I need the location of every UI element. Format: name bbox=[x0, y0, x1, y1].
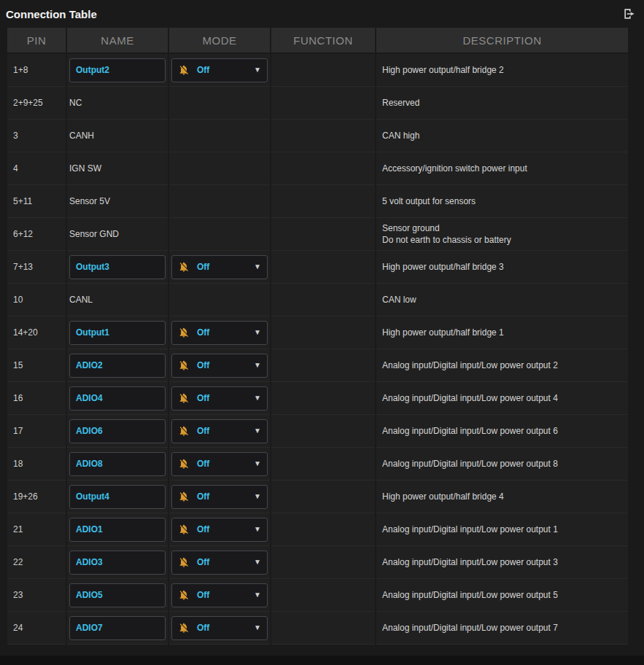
name-input[interactable]: ADIO1 bbox=[69, 518, 166, 542]
chevron-down-icon: ▼ bbox=[254, 66, 261, 74]
table-row: 5+11 Sensor 5V 5 volt output for sensors bbox=[7, 185, 628, 218]
pin-label: 22 bbox=[13, 557, 23, 567]
chevron-down-icon: ▼ bbox=[254, 526, 261, 533]
name-cell: Sensor GND bbox=[67, 218, 168, 251]
name-value: ADIO7 bbox=[76, 623, 103, 633]
mode-select[interactable]: Off▼ bbox=[171, 518, 268, 542]
function-cell bbox=[271, 349, 375, 382]
pin-label: 3 bbox=[13, 131, 18, 141]
name-cell: ADIO1 bbox=[67, 513, 168, 546]
mode-select[interactable]: Off▼ bbox=[171, 321, 268, 345]
pin-cell: 2+9+25 bbox=[7, 87, 66, 120]
name-cell: CANL bbox=[67, 284, 168, 316]
function-cell bbox=[271, 415, 375, 448]
description-cell: Analog input/Digital input/Low power out… bbox=[376, 448, 628, 481]
export-icon[interactable] bbox=[622, 7, 637, 21]
name-cell: Output2 bbox=[67, 54, 168, 87]
function-cell bbox=[271, 251, 375, 284]
name-cell: ADIO4 bbox=[67, 382, 168, 415]
mode-cell bbox=[169, 120, 270, 152]
name-input[interactable]: ADIO8 bbox=[69, 452, 166, 476]
description-cell: 5 volt output for sensors bbox=[376, 185, 628, 218]
connection-table: PIN NAME MODE FUNCTION DESCRIPTION 1+8 O… bbox=[7, 28, 628, 645]
function-cell bbox=[271, 546, 375, 579]
name-cell: ADIO2 bbox=[67, 349, 168, 382]
notifications-off-icon bbox=[178, 327, 190, 338]
name-input[interactable]: Output3 bbox=[69, 255, 166, 279]
pin-cell: 7+13 bbox=[7, 251, 66, 284]
mode-cell: Off▼ bbox=[169, 251, 270, 284]
mode-select[interactable]: Off▼ bbox=[171, 58, 268, 82]
pin-label: 7+13 bbox=[13, 262, 33, 272]
name-input[interactable]: ADIO3 bbox=[69, 551, 166, 575]
name-cell: ADIO3 bbox=[67, 546, 168, 579]
description-cell: Analog input/Digital input/Low power out… bbox=[376, 513, 628, 546]
mode-value: Off bbox=[197, 524, 209, 534]
chevron-down-icon: ▼ bbox=[254, 559, 261, 566]
pin-cell: 1+8 bbox=[7, 54, 66, 87]
name-input[interactable]: Output1 bbox=[69, 321, 166, 345]
function-cell bbox=[271, 448, 375, 481]
table-row: 22 ADIO3 Off▼ Analog input/Digital input… bbox=[7, 546, 628, 579]
description-text: CAN high bbox=[382, 130, 419, 141]
mode-select[interactable]: Off▼ bbox=[171, 386, 268, 411]
mode-select[interactable]: Off▼ bbox=[171, 551, 268, 575]
name-input[interactable]: ADIO4 bbox=[69, 386, 166, 411]
pin-cell: 17 bbox=[7, 415, 66, 448]
notifications-off-icon bbox=[178, 556, 190, 568]
mode-select[interactable]: Off▼ bbox=[171, 583, 268, 607]
description-cell: Analog input/Digital input/Low power out… bbox=[376, 546, 628, 579]
name-input[interactable]: ADIO7 bbox=[69, 616, 166, 640]
chevron-down-icon: ▼ bbox=[254, 329, 261, 336]
table-row: 17 ADIO6 Off▼ Analog input/Digital input… bbox=[7, 415, 628, 448]
function-cell bbox=[271, 120, 375, 152]
mode-cell: Off▼ bbox=[169, 579, 270, 612]
chevron-down-icon: ▼ bbox=[254, 493, 261, 500]
mode-cell bbox=[169, 152, 270, 185]
name-cell: Sensor 5V bbox=[67, 185, 168, 218]
mode-select[interactable]: Off▼ bbox=[171, 354, 268, 378]
mode-value: Off bbox=[197, 65, 209, 75]
mode-select[interactable]: Off▼ bbox=[171, 452, 268, 476]
mode-value: Off bbox=[197, 459, 209, 469]
pin-cell: 23 bbox=[7, 579, 66, 612]
name-input[interactable]: ADIO6 bbox=[69, 419, 166, 443]
mode-select[interactable]: Off▼ bbox=[171, 485, 268, 509]
mode-select[interactable]: Off▼ bbox=[171, 616, 268, 640]
pin-cell: 15 bbox=[7, 349, 66, 382]
description-text: Reserved bbox=[382, 97, 419, 109]
mode-cell: Off▼ bbox=[169, 513, 270, 546]
name-input[interactable]: Output2 bbox=[69, 58, 166, 82]
pin-cell: 16 bbox=[7, 382, 66, 415]
mode-cell: Off▼ bbox=[169, 316, 270, 349]
pin-cell: 6+12 bbox=[7, 218, 66, 251]
description-text: CAN low bbox=[382, 294, 416, 306]
description-text: High power output/half bridge 2 bbox=[382, 64, 504, 76]
description-text: Analog input/Digital input/Low power out… bbox=[382, 359, 558, 371]
table-row: 4 IGN SW Accessory/ignition switch power… bbox=[7, 152, 628, 185]
mode-select[interactable]: Off▼ bbox=[171, 255, 268, 279]
function-cell bbox=[271, 481, 375, 513]
chevron-down-icon: ▼ bbox=[254, 263, 261, 271]
pin-label: 21 bbox=[13, 524, 23, 534]
function-cell bbox=[271, 87, 375, 120]
name-value: Output3 bbox=[76, 262, 109, 272]
function-cell bbox=[271, 218, 375, 251]
name-value: ADIO6 bbox=[76, 426, 103, 436]
mode-select[interactable]: Off▼ bbox=[171, 419, 268, 443]
description-text: Accessory/ignition switch power input bbox=[382, 163, 527, 174]
pin-label: 5+11 bbox=[13, 196, 32, 206]
name-cell: ADIO7 bbox=[67, 612, 168, 645]
name-input[interactable]: ADIO2 bbox=[69, 354, 166, 378]
function-cell bbox=[271, 316, 375, 349]
description-cell: High power output/half bridge 2 bbox=[376, 54, 628, 87]
mode-cell: Off▼ bbox=[169, 415, 270, 448]
name-input[interactable]: Output4 bbox=[69, 485, 166, 509]
function-cell bbox=[271, 284, 375, 316]
pin-label: 10 bbox=[13, 295, 23, 305]
name-cell: Output3 bbox=[67, 251, 168, 284]
name-input[interactable]: ADIO5 bbox=[69, 583, 166, 607]
pin-cell: 22 bbox=[7, 546, 66, 579]
name-cell: IGN SW bbox=[67, 152, 168, 185]
name-cell: ADIO8 bbox=[67, 448, 168, 481]
